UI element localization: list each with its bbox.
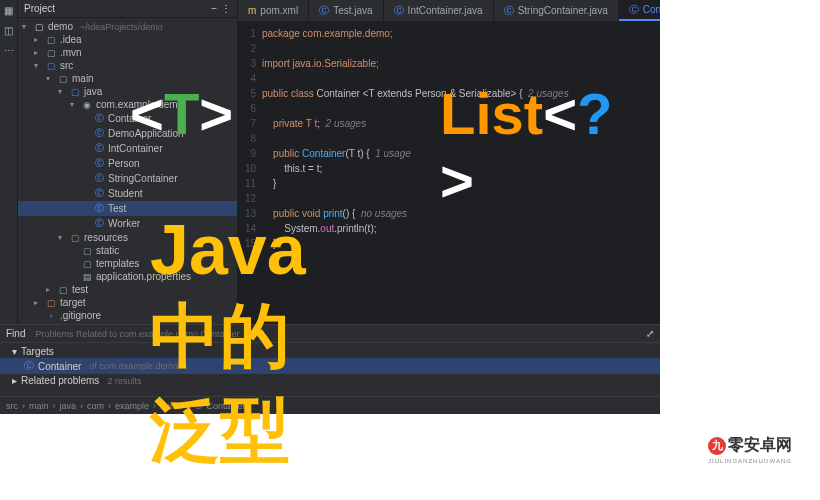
tree-class[interactable]: ⒸStudent [18,186,237,201]
find-related[interactable]: ▸Related problems 2 results [0,374,660,387]
tree-file[interactable]: ◦.gitignore [18,309,237,322]
gutter: 123456789101112131415 [238,26,262,324]
tree-folder[interactable]: ▾▢java [18,85,237,98]
tab-intcontainer[interactable]: ⒸIntContainer.java [384,0,494,21]
watermark-logo: 九零安卓网 JIULINGANZHUOWANG [708,435,792,464]
settings-icon[interactable]: ⋮ [221,3,231,14]
find-targets[interactable]: ▾Targets [0,345,660,358]
tree-class[interactable]: ⒸStringContainer [18,171,237,186]
tree-folder[interactable]: ▾▢resources [18,231,237,244]
code-area[interactable]: 123456789101112131415 package com.exampl… [238,22,660,324]
find-panel: Find Problems Related to com.example.dem… [0,324,660,396]
ide-window: ▦ ◫ ⋯ Project − ⋮ ▾▢demo~/IdeaProjects/d… [0,0,660,414]
tab-test[interactable]: ⒸTest.java [309,0,383,21]
tree-folder[interactable]: ▸▢test [18,283,237,296]
tool-icon[interactable]: ▦ [3,4,15,16]
tool-icon[interactable]: ⋯ [3,44,15,56]
project-header[interactable]: Project − ⋮ [18,0,237,18]
find-header: Find Problems Related to com.example.dem… [0,325,660,343]
find-result-selected[interactable]: ⒸContainer of com.example.demo [0,358,660,374]
tree-class[interactable]: ⒸContainer [18,111,237,126]
tree-class-selected[interactable]: ⒸTest [18,201,237,216]
tree-folder[interactable]: ▸▢target [18,296,237,309]
project-label: Project [24,3,55,14]
tree-folder[interactable]: ▸▢.mvn [18,46,237,59]
tree-folder[interactable]: ▾▢main [18,72,237,85]
tool-icon[interactable]: ◫ [3,24,15,36]
main-area: ▦ ◫ ⋯ Project − ⋮ ▾▢demo~/IdeaProjects/d… [0,0,660,324]
tree-class[interactable]: ⒸIntContainer [18,141,237,156]
find-results: ▾Targets ⒸContainer of com.example.demo … [0,343,660,389]
find-title: Problems Related to com.example.demo.Con… [35,329,239,339]
tool-strip: ▦ ◫ ⋯ [0,0,18,324]
tree-folder[interactable]: ▢static [18,244,237,257]
tab-pom[interactable]: mpom.xml [238,0,309,21]
tab-container-active[interactable]: ⒸContainer.java [619,0,660,21]
project-tree: ▾▢demo~/IdeaProjects/demo ▸▢.idea ▸▢.mvn… [18,18,237,324]
tree-folder[interactable]: ▾▢src [18,59,237,72]
tree-class[interactable]: ⒸPerson [18,156,237,171]
tree-class[interactable]: ⒸDemoApplication [18,126,237,141]
project-panel: Project − ⋮ ▾▢demo~/IdeaProjects/demo ▸▢… [18,0,238,324]
tree-folder[interactable]: ▸▢.idea [18,33,237,46]
tab-stringcontainer[interactable]: ⒸStringContainer.java [494,0,619,21]
editor-tabs: mpom.xml ⒸTest.java ⒸIntContainer.java Ⓒ… [238,0,660,22]
source[interactable]: package com.example.demo; import java.io… [262,26,660,324]
tree-class[interactable]: ⒸWorker [18,216,237,231]
editor-area: mpom.xml ⒸTest.java ⒸIntContainer.java Ⓒ… [238,0,660,324]
collapse-icon[interactable]: − [211,3,217,14]
pin-icon[interactable]: ⤢ [646,328,654,339]
breadcrumb: src›main›java›com›example›demo›ⒸContaine… [0,396,660,414]
tree-file[interactable]: ▤application.properties [18,270,237,283]
tree-package[interactable]: ▾◉com.example.demo [18,98,237,111]
tree-root[interactable]: ▾▢demo~/IdeaProjects/demo [18,20,237,33]
tree-folder[interactable]: ▢templates [18,257,237,270]
find-tab[interactable]: Find [6,328,25,339]
